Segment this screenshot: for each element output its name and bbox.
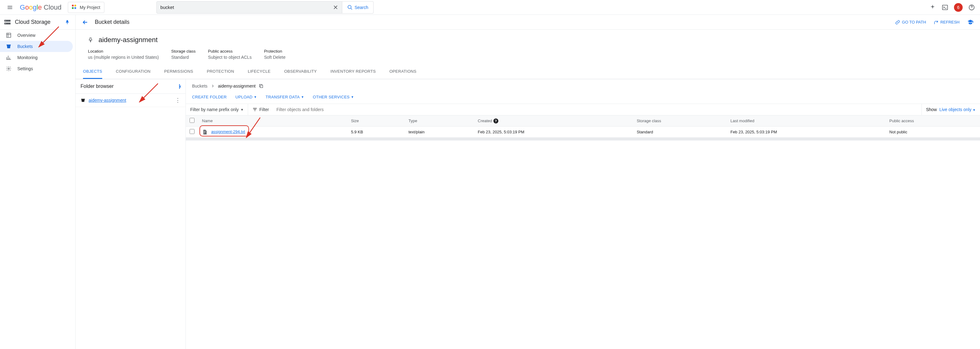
more-vert-icon[interactable]: ⋮ <box>175 97 181 104</box>
col-storage-class[interactable]: Storage class <box>633 116 727 127</box>
tab-permissions[interactable]: PERMISSIONS <box>164 65 193 79</box>
hamburger-menu-icon[interactable] <box>3 0 18 15</box>
svg-point-9 <box>8 68 10 70</box>
col-type[interactable]: Type <box>405 116 474 127</box>
tab-operations[interactable]: OPERATIONS <box>389 65 416 79</box>
sidebar-item-label: Settings <box>18 66 33 71</box>
search-box[interactable]: ✕ <box>156 1 342 14</box>
col-name[interactable]: Name <box>198 116 347 127</box>
show-filter[interactable]: Show Live objects only ▼ <box>921 104 980 115</box>
row-checkbox[interactable] <box>189 129 194 134</box>
tab-bar: OBJECTS CONFIGURATION PERMISSIONS PROTEC… <box>76 65 980 79</box>
svg-rect-10 <box>81 99 85 99</box>
breadcrumb-current: aidemy-assignment <box>218 84 256 89</box>
pin-outline-icon[interactable] <box>88 37 94 43</box>
storage-product-icon <box>4 19 11 26</box>
refresh-button[interactable]: REFRESH <box>934 20 959 25</box>
col-created[interactable]: Created? <box>474 116 633 127</box>
upload-button[interactable]: UPLOAD▼ <box>235 95 257 99</box>
go-to-path-button[interactable]: GO TO PATH <box>895 20 926 25</box>
folder-browser-root-link[interactable]: aidemy-assignment <box>89 98 126 103</box>
object-action-bar: CREATE FOLDER UPLOAD▼ TRANSFER DATA▼ OTH… <box>186 93 980 104</box>
gemini-spark-icon[interactable] <box>929 4 936 11</box>
tab-configuration[interactable]: CONFIGURATION <box>116 65 151 79</box>
svg-point-0 <box>348 5 351 9</box>
meta-location: Location us (multiple regions in United … <box>88 49 159 60</box>
folder-browser-title: Folder browser <box>81 84 114 89</box>
sidebar-item-label: Overview <box>18 33 35 38</box>
file-icon <box>202 129 207 135</box>
logo-suffix: Cloud <box>44 3 61 11</box>
notification-badge[interactable]: 6 <box>954 3 963 12</box>
folder-browser-item[interactable]: aidemy-assignment ⋮ <box>76 94 186 107</box>
tab-protection[interactable]: PROTECTION <box>207 65 234 79</box>
cell-created: Feb 23, 2025, 5:03:19 PM <box>474 127 633 138</box>
other-services-button[interactable]: OTHER SERVICES▼ <box>313 95 354 99</box>
meta-public-access: Public access Subject to object ACLs <box>208 49 252 60</box>
search-button-label: Search <box>355 5 368 10</box>
sidebar-item-monitoring[interactable]: Monitoring <box>0 52 75 63</box>
tab-inventory-reports[interactable]: INVENTORY REPORTS <box>331 65 376 79</box>
product-title: Cloud Storage <box>15 19 51 25</box>
filter-icon-button[interactable]: Filter <box>248 104 273 115</box>
create-folder-button[interactable]: CREATE FOLDER <box>192 95 227 99</box>
transfer-data-button[interactable]: TRANSFER DATA▼ <box>266 95 304 99</box>
cloud-shell-icon[interactable] <box>942 4 948 11</box>
tab-observability[interactable]: OBSERVABILITY <box>284 65 317 79</box>
meta-storage-class: Storage class Standard <box>171 49 196 60</box>
project-name: My Project <box>80 5 100 10</box>
help-icon[interactable] <box>968 4 975 11</box>
col-public[interactable]: Public access <box>886 116 980 127</box>
sidebar: Cloud Storage Overview Buckets Monitorin… <box>0 15 76 349</box>
object-link[interactable]: assignment-294.txt <box>211 129 245 134</box>
svg-rect-7 <box>6 33 11 37</box>
horizontal-scrollbar[interactable] <box>186 137 980 140</box>
cell-storage-class: Standard <box>633 127 727 138</box>
project-picker[interactable]: My Project <box>68 2 104 13</box>
folder-browser: Folder browser |‹ aidemy-assignment ⋮ <box>76 79 186 349</box>
select-all-checkbox[interactable] <box>189 118 194 123</box>
go-to-path-label: GO TO PATH <box>902 20 926 24</box>
col-size[interactable]: Size <box>347 116 405 127</box>
search-input[interactable] <box>161 5 331 10</box>
gcp-logo[interactable]: Google Cloud <box>20 3 62 11</box>
page-title: Bucket details <box>95 19 129 25</box>
filter-input[interactable] <box>273 104 921 115</box>
cell-type: text/plain <box>405 127 474 138</box>
learn-icon[interactable] <box>967 19 974 26</box>
sidebar-item-overview[interactable]: Overview <box>0 30 75 41</box>
bucket-summary: aidemy-assignment Location us (multiple … <box>76 30 980 65</box>
show-label: Show <box>926 107 937 112</box>
bucket-icon <box>81 98 86 103</box>
copy-path-icon[interactable] <box>259 84 264 89</box>
search-button[interactable]: Search <box>342 1 374 14</box>
top-bar: Google Cloud My Project ✕ Search 6 <box>0 0 980 15</box>
filter-mode-dropdown[interactable]: Filter by name prefix only▼ <box>186 104 248 115</box>
clear-search-icon[interactable]: ✕ <box>333 4 338 11</box>
back-arrow-icon[interactable] <box>82 19 89 26</box>
tab-lifecycle[interactable]: LIFECYCLE <box>248 65 271 79</box>
col-last-modified[interactable]: Last modified <box>727 116 886 127</box>
tab-objects[interactable]: OBJECTS <box>83 65 102 79</box>
sidebar-item-settings[interactable]: Settings <box>0 63 75 74</box>
info-icon[interactable]: ? <box>493 119 498 124</box>
svg-rect-1 <box>942 5 948 10</box>
collapse-panel-icon[interactable]: |‹ <box>179 84 181 89</box>
breadcrumb-root[interactable]: Buckets <box>192 84 207 89</box>
sidebar-header: Cloud Storage <box>0 15 75 30</box>
refresh-label: REFRESH <box>940 20 959 24</box>
sidebar-item-label: Buckets <box>18 44 33 49</box>
cell-last-modified: Feb 23, 2025, 5:03:19 PM <box>727 127 886 138</box>
svg-point-6 <box>5 23 6 24</box>
object-listing: Buckets aidemy-assignment CREATE FOLDER … <box>186 79 980 349</box>
page-header: Bucket details GO TO PATH REFRESH <box>76 15 980 30</box>
sidebar-item-buckets[interactable]: Buckets <box>0 41 73 52</box>
objects-table: Name Size Type Created? Storage class La… <box>186 116 980 138</box>
chart-icon <box>6 55 12 60</box>
overview-icon <box>6 32 12 38</box>
bucket-name: aidemy-assignment <box>99 36 158 44</box>
gear-icon <box>6 66 12 71</box>
table-row: assignment-294.txt 5.9 KB text/plain Feb… <box>186 127 980 138</box>
pin-icon[interactable] <box>65 19 70 25</box>
svg-point-5 <box>5 21 6 21</box>
